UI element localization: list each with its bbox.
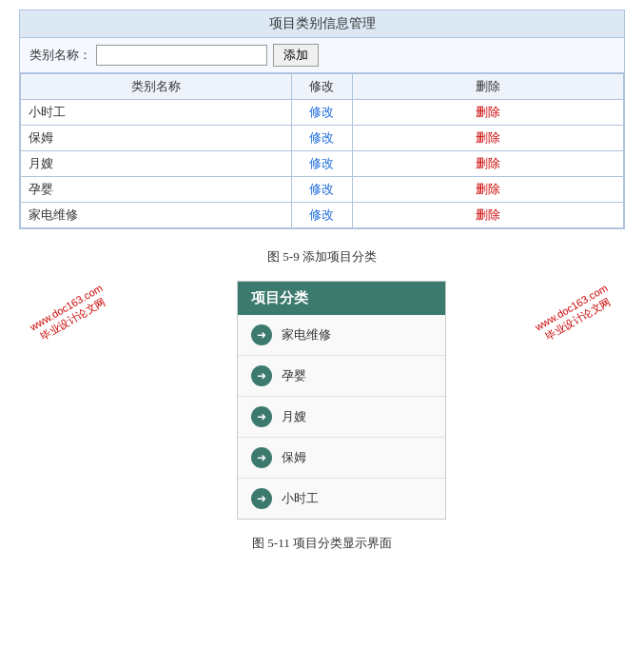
category-table: 类别名称 修改 删除 小时工修改删除保姆修改删除月嫂修改删除孕婴修改删除家电维修…	[20, 73, 624, 228]
top-caption: 图 5-9 添加项目分类	[19, 248, 625, 265]
add-button[interactable]: 添加	[273, 44, 319, 67]
edit-link[interactable]: 修改	[309, 130, 334, 145]
delete-link[interactable]: 删除	[476, 130, 500, 145]
arrow-icon	[251, 324, 272, 345]
widget-items-container: 家电维修孕婴月嫂保姆小时工	[238, 315, 445, 519]
delete-cell[interactable]: 删除	[352, 100, 623, 126]
col-header-edit: 修改	[292, 74, 352, 100]
edit-cell[interactable]: 修改	[292, 177, 352, 203]
arrow-icon	[251, 488, 272, 509]
bottom-caption: 图 5-11 项目分类显示界面	[19, 535, 625, 552]
category-name-cell: 家电维修	[21, 203, 292, 228]
widget-item[interactable]: 月嫂	[238, 397, 445, 438]
delete-link[interactable]: 删除	[476, 207, 500, 222]
table-row: 保姆修改删除	[21, 126, 624, 151]
widget-item-label: 保姆	[282, 449, 306, 466]
delete-link[interactable]: 删除	[476, 105, 500, 119]
table-row: 月嫂修改删除	[21, 151, 624, 177]
category-name-cell: 月嫂	[21, 151, 292, 177]
widget-header: 项目分类	[238, 282, 445, 315]
arrow-icon	[251, 406, 272, 427]
add-label: 类别名称：	[29, 47, 91, 64]
widget-item[interactable]: 保姆	[238, 438, 445, 479]
arrow-icon	[251, 447, 272, 468]
table-row: 小时工修改删除	[21, 100, 624, 126]
edit-cell[interactable]: 修改	[292, 100, 352, 126]
add-form-row: 类别名称： 添加	[20, 38, 624, 73]
widget-item[interactable]: 孕婴	[238, 356, 445, 397]
category-widget: 项目分类 家电维修孕婴月嫂保姆小时工	[237, 281, 446, 520]
table-row: 孕婴修改删除	[21, 177, 624, 203]
delete-cell[interactable]: 删除	[352, 203, 623, 228]
mgmt-section: 项目类别信息管理 类别名称： 添加 类别名称 修改 删除 小时工修改删除保姆修改…	[19, 10, 625, 229]
delete-link[interactable]: 删除	[476, 182, 500, 196]
widget-item-label: 月嫂	[282, 408, 306, 425]
edit-cell[interactable]: 修改	[292, 151, 352, 177]
delete-cell[interactable]: 删除	[352, 126, 623, 151]
delete-cell[interactable]: 删除	[352, 151, 623, 177]
category-name-cell: 小时工	[21, 100, 292, 126]
watermark-right: www.doc163.com毕业设计论文网	[532, 281, 616, 345]
edit-link[interactable]: 修改	[309, 156, 334, 170]
widget-item[interactable]: 家电维修	[238, 315, 445, 356]
col-header-name: 类别名称	[21, 74, 292, 100]
table-row: 家电维修修改删除	[21, 203, 624, 228]
col-header-delete: 删除	[352, 74, 623, 100]
widget-section: www.doc163.com毕业设计论文网 项目分类 家电维修孕婴月嫂保姆小时工…	[19, 281, 625, 520]
widget-item-label: 家电维修	[282, 326, 331, 344]
widget-item-label: 孕婴	[282, 367, 306, 384]
edit-link[interactable]: 修改	[309, 207, 334, 222]
arrow-icon	[251, 365, 272, 386]
category-name-input[interactable]	[96, 45, 267, 66]
edit-cell[interactable]: 修改	[292, 203, 352, 228]
category-name-cell: 孕婴	[21, 177, 292, 203]
watermark-left: www.doc163.com毕业设计论文网	[28, 281, 112, 345]
edit-link[interactable]: 修改	[309, 182, 334, 196]
category-name-cell: 保姆	[21, 126, 292, 151]
edit-link[interactable]: 修改	[309, 105, 334, 119]
mgmt-title: 项目类别信息管理	[20, 10, 624, 38]
delete-cell[interactable]: 删除	[352, 177, 623, 203]
widget-item-label: 小时工	[282, 490, 319, 507]
delete-link[interactable]: 删除	[476, 156, 500, 170]
widget-item[interactable]: 小时工	[238, 479, 445, 519]
edit-cell[interactable]: 修改	[292, 126, 352, 151]
